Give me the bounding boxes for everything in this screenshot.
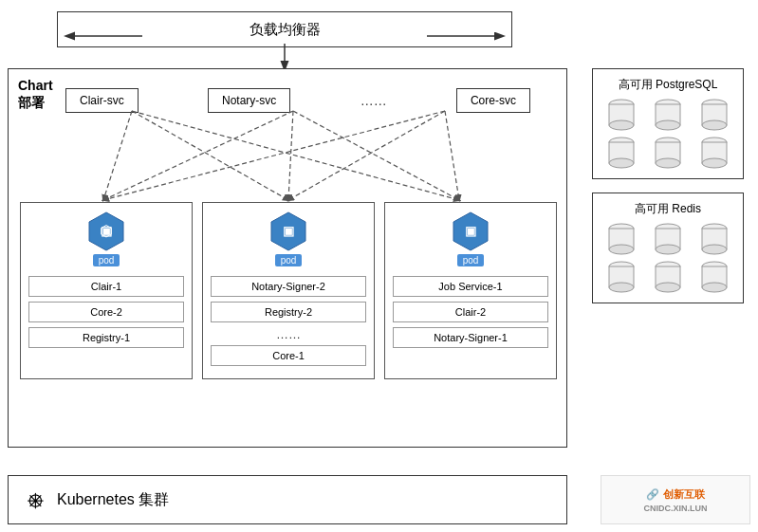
- pod-label-3: pod: [457, 254, 485, 266]
- svg-text:▣: ▣: [283, 224, 294, 238]
- svg-point-27: [702, 120, 727, 130]
- svg-line-5: [132, 111, 459, 200]
- db-cyl-2: [655, 99, 681, 133]
- svg-point-48: [609, 283, 634, 292]
- pod-hexagon-3: ▣: [450, 211, 491, 252]
- postgresql-grid: [601, 99, 735, 171]
- pod-icon-1: ⬡ ▣ pod: [28, 211, 184, 266]
- notary-svc-box: Notary-svc: [208, 88, 290, 113]
- svg-line-4: [132, 111, 288, 200]
- main-container: 负载均衡器 Chart 部署 Clair-svc Notary-svc: [0, 0, 758, 532]
- redis-cyl-2: [655, 223, 681, 257]
- node-box-1: ⬡ ▣ pod Clair-1 Core-2 Registry-1: [20, 202, 193, 379]
- svg-line-6: [103, 111, 293, 200]
- svg-point-24: [656, 120, 680, 130]
- svg-line-9: [103, 111, 445, 200]
- svg-point-45: [702, 245, 727, 254]
- redis-cyl-1: [608, 223, 635, 257]
- pod-icon-3: ▣ pod: [393, 211, 548, 266]
- svg-point-42: [656, 245, 680, 254]
- svg-text:▣: ▣: [465, 224, 476, 238]
- chart-label: Chart 部署: [18, 77, 53, 111]
- node1-item-2: Core-2: [28, 302, 184, 322]
- svg-point-36: [702, 158, 727, 168]
- redis-cyl-3: [701, 223, 728, 257]
- redis-title: 高可用 Redis: [601, 201, 735, 217]
- node2-item-3: Core-1: [211, 345, 366, 366]
- node3-item-1: Job Service-1: [393, 276, 548, 297]
- db-cyl-3: [701, 99, 728, 133]
- svg-text:▣: ▣: [101, 224, 112, 238]
- right-panel: 高可用 PostgreSQL 高可用 Redis: [592, 68, 744, 317]
- watermark-text: 🔗 创新互联CNIDC.XIN.LUN: [644, 487, 708, 513]
- kubernetes-icon: ⎈: [28, 485, 44, 515]
- postgresql-title: 高可用 PostgreSQL: [601, 77, 735, 93]
- db-cyl-5: [655, 137, 681, 171]
- svg-line-8: [293, 111, 459, 200]
- node3-item-2: Clair-2: [393, 302, 548, 322]
- node2-item-2: Registry-2: [211, 302, 366, 322]
- redis-grid: [601, 223, 735, 295]
- svg-point-30: [609, 158, 634, 168]
- pod-icon-2: ▣ pod: [211, 211, 366, 266]
- svg-point-21: [609, 120, 634, 130]
- redis-section: 高可用 Redis: [592, 193, 744, 303]
- chart-outer-box: Chart 部署 Clair-svc Notary-svc …… Core-sv…: [8, 68, 567, 448]
- svg-line-11: [445, 111, 459, 200]
- svg-point-33: [656, 158, 680, 168]
- services-row: Clair-svc Notary-svc …… Core-svc: [65, 88, 530, 113]
- core-svc-box: Core-svc: [456, 88, 530, 113]
- redis-cyl-6: [701, 261, 728, 295]
- pod-hexagon-1: ⬡ ▣: [85, 211, 127, 252]
- node-box-2: ▣ pod Notary-Signer-2 Registry-2 …… Core…: [202, 202, 375, 379]
- nodes-row: ⬡ ▣ pod Clair-1 Core-2 Registry-1: [20, 202, 557, 379]
- kubernetes-bar: ⎈ Kubernetes 集群: [8, 475, 567, 524]
- node3-item-3: Notary-Signer-1: [393, 327, 548, 348]
- kubernetes-label: Kubernetes 集群: [57, 490, 169, 510]
- node1-item-1: Clair-1: [28, 276, 184, 297]
- pod-label-2: pod: [275, 254, 303, 266]
- pod-hexagon-2: ▣: [268, 211, 309, 252]
- load-balancer-label: 负载均衡器: [250, 21, 321, 39]
- svg-point-39: [609, 245, 634, 254]
- svg-point-54: [702, 283, 727, 292]
- node1-item-3: Registry-1: [28, 327, 184, 348]
- node-box-3: ▣ pod Job Service-1 Clair-2 Notary-Signe…: [384, 202, 557, 379]
- postgresql-section: 高可用 PostgreSQL: [592, 68, 744, 179]
- node2-dots: ……: [211, 327, 366, 341]
- pod-label-1: pod: [93, 254, 120, 266]
- db-cyl-4: [608, 137, 635, 171]
- services-dots: ……: [361, 93, 387, 108]
- redis-cyl-4: [608, 261, 635, 295]
- watermark: 🔗 创新互联CNIDC.XIN.LUN: [601, 475, 750, 524]
- redis-cyl-5: [655, 261, 681, 295]
- clair-svc-box: Clair-svc: [65, 88, 139, 113]
- svg-line-10: [288, 111, 445, 200]
- node2-item-1: Notary-Signer-2: [211, 276, 366, 297]
- svg-line-7: [288, 111, 293, 200]
- svg-point-51: [656, 283, 680, 292]
- svg-line-3: [103, 111, 132, 200]
- db-cyl-1: [608, 99, 635, 133]
- load-balancer-box: 负载均衡器: [57, 11, 512, 47]
- db-cyl-6: [701, 137, 728, 171]
